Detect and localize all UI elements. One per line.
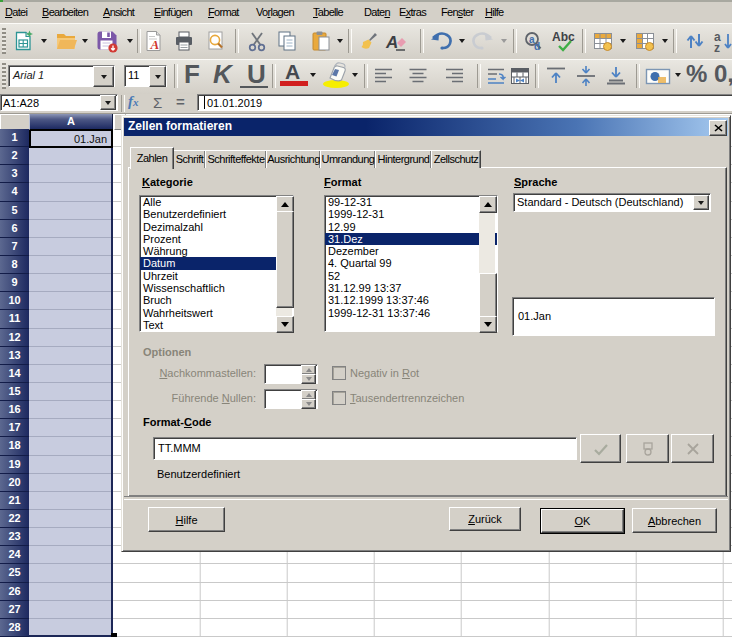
svg-text:A: A <box>150 37 160 52</box>
svg-text:z: z <box>714 41 720 53</box>
svg-text:d: d <box>534 41 540 52</box>
svg-text:A: A <box>385 33 398 52</box>
